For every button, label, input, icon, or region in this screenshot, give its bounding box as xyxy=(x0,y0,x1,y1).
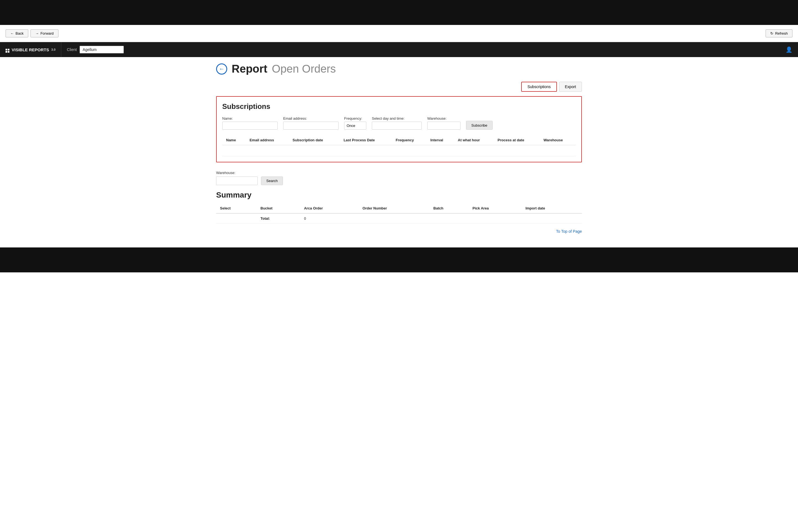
warehouse-sub-label: Warehouse: xyxy=(427,116,460,120)
email-group: Email address: xyxy=(283,116,339,130)
day-time-label: Select day and time: xyxy=(372,116,422,120)
page-title: Report xyxy=(232,63,267,75)
forward-arrow-icon: → xyxy=(35,31,39,36)
sum-col-arca-order: Arca Order xyxy=(300,203,359,213)
sum-col-select: Select xyxy=(216,203,256,213)
warehouse-search-input[interactable] xyxy=(216,176,258,185)
summary-table-body: Total: 0 xyxy=(216,213,582,224)
subscriptions-form: Name: Email address: Frequency: Select d… xyxy=(222,116,576,130)
app-header: VISIBLE REPORTS 3.0 Client 👤 xyxy=(0,42,798,57)
warehouse-search-label: Warehouse: xyxy=(216,171,582,175)
warehouse-row: Search xyxy=(216,176,582,185)
sub-table-body xyxy=(222,145,576,156)
app-version: 3.0 xyxy=(51,48,55,51)
frequency-input[interactable] xyxy=(344,122,366,130)
back-label: Back xyxy=(16,31,23,36)
export-button[interactable]: Export xyxy=(559,82,582,92)
user-icon-button[interactable]: 👤 xyxy=(785,46,793,53)
top-black-bar xyxy=(0,0,798,25)
sum-order-num-cell xyxy=(359,213,430,224)
sum-import-date-cell xyxy=(521,213,582,224)
subscriptions-title: Subscriptions xyxy=(222,102,576,111)
col-at-hour: At what hour xyxy=(454,135,494,145)
col-frequency: Frequency xyxy=(392,135,426,145)
name-group: Name: xyxy=(222,116,278,130)
app-name: VISIBLE REPORTS xyxy=(12,48,49,52)
sub-table-header-row: Name Email address Subscription date Las… xyxy=(222,135,576,145)
sum-col-order-number: Order Number xyxy=(359,203,430,213)
frequency-group: Frequency: xyxy=(344,116,366,130)
warehouse-sub-input[interactable] xyxy=(427,122,460,130)
sum-select-cell xyxy=(216,213,256,224)
page-content: ← Report Open Orders Subscriptions Expor… xyxy=(200,57,598,247)
summary-table: Select Bucket Arca Order Order Number Ba… xyxy=(216,203,582,224)
col-interval: Interval xyxy=(426,135,454,145)
summary-total-row: Total: 0 xyxy=(216,213,582,224)
summary-section: Summary Select Bucket Arca Order Order N… xyxy=(216,191,582,224)
email-label: Email address: xyxy=(283,116,339,120)
bottom-black-bar xyxy=(0,247,798,272)
forward-button[interactable]: → Forward xyxy=(31,30,58,37)
subscriptions-table-wrapper: Name Email address Subscription date Las… xyxy=(222,135,576,156)
to-top-row: To Top of Page xyxy=(216,224,582,236)
col-last-process: Last Process Date xyxy=(340,135,392,145)
action-row: Subscriptions Export xyxy=(216,82,582,92)
refresh-button[interactable]: ↻ Refresh xyxy=(765,30,793,37)
page-title-row: ← Report Open Orders xyxy=(216,63,582,75)
grid-icon xyxy=(5,46,10,53)
subscriptions-panel: Subscriptions Name: Email address: Frequ… xyxy=(216,96,582,163)
col-process-date: Process at date xyxy=(494,135,540,145)
sum-pick-area-cell xyxy=(469,213,521,224)
nav-left: ← Back → Forward xyxy=(5,30,58,37)
summary-title: Summary xyxy=(216,191,582,200)
sum-arca-cell: 0 xyxy=(300,213,359,224)
sum-col-pick-area: Pick Area xyxy=(469,203,521,213)
to-top-link[interactable]: To Top of Page xyxy=(556,229,582,233)
subscriptions-table: Name Email address Subscription date Las… xyxy=(222,135,576,156)
nav-bar: ← Back → Forward ↻ Refresh xyxy=(0,25,798,42)
forward-label: Forward xyxy=(40,31,54,36)
sum-col-bucket: Bucket xyxy=(256,203,300,213)
frequency-label: Frequency: xyxy=(344,116,366,120)
summary-header-row: Select Bucket Arca Order Order Number Ba… xyxy=(216,203,582,213)
sum-col-import-date: Import date xyxy=(521,203,582,213)
day-time-group: Select day and time: xyxy=(372,116,422,130)
subscriptions-button[interactable]: Subscriptions xyxy=(521,82,557,92)
warehouse-section: Warehouse: Search xyxy=(216,171,582,185)
col-sub-date: Subscription date xyxy=(289,135,340,145)
warehouse-sub-group: Warehouse: xyxy=(427,116,460,130)
day-time-input[interactable] xyxy=(372,122,422,130)
col-email: Email address xyxy=(246,135,289,145)
sum-batch-cell xyxy=(430,213,469,224)
client-label: Client xyxy=(67,48,77,52)
refresh-icon: ↻ xyxy=(770,31,773,36)
sum-col-batch: Batch xyxy=(430,203,469,213)
page-subtitle: Open Orders xyxy=(272,63,336,75)
search-button[interactable]: Search xyxy=(261,176,283,185)
refresh-label: Refresh xyxy=(775,31,788,36)
app-logo: VISIBLE REPORTS 3.0 xyxy=(5,42,61,57)
sub-table-empty-row xyxy=(222,145,576,156)
back-button[interactable]: ← Back xyxy=(5,30,28,37)
client-section: Client xyxy=(67,46,124,54)
email-input[interactable] xyxy=(283,122,339,130)
col-warehouse: Warehouse xyxy=(540,135,576,145)
back-arrow-icon: ← xyxy=(10,31,14,36)
name-input[interactable] xyxy=(222,122,278,130)
client-input[interactable] xyxy=(79,46,124,54)
back-circle-button[interactable]: ← xyxy=(216,63,227,75)
col-name: Name xyxy=(222,135,246,145)
subscribe-button[interactable]: Subscribe xyxy=(466,121,493,130)
sum-bucket-cell: Total: xyxy=(256,213,300,224)
name-label: Name: xyxy=(222,116,278,120)
